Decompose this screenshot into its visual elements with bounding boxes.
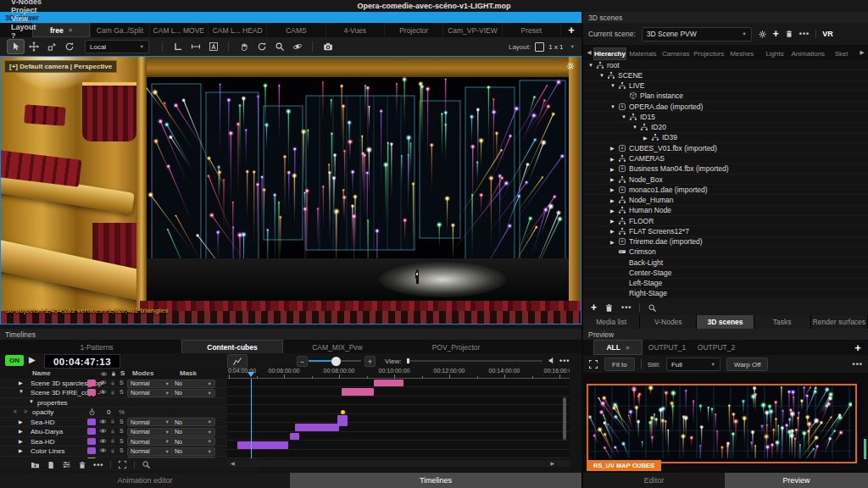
keyframe-dot[interactable]	[341, 410, 345, 414]
lock-icon[interactable]	[109, 380, 116, 386]
zoom-in-button[interactable]: +	[364, 356, 376, 367]
prev-keyframe-button[interactable]: <	[14, 408, 17, 414]
expander-closed-icon[interactable]: ▶	[610, 228, 618, 234]
viewport-3d[interactable]: [+] Default camera | Perspective 30 obje…	[0, 56, 581, 324]
scenes-panel-title[interactable]: 3D scenes	[583, 12, 868, 23]
expander-open-icon[interactable]: ▼	[19, 389, 24, 394]
track-row-scene-3d-fire-copy-1[interactable]: ▼Scene 3D FIRE_copy -SNormal▼No▼	[0, 388, 227, 397]
chevron-down-icon[interactable]: ▼	[570, 44, 575, 49]
expander-closed-icon[interactable]: ▶	[610, 239, 618, 245]
mask-select[interactable]: No▼	[171, 380, 215, 388]
mask-select[interactable]: No▼	[171, 447, 215, 456]
expander-closed-icon[interactable]: ▶	[610, 186, 618, 192]
tree-item-node-box[interactable]: ▶Node_Box	[583, 175, 868, 185]
mode-tab-timelines[interactable]: Timelines	[290, 473, 582, 488]
viewer-tab-projector[interactable]: Projector	[385, 23, 443, 37]
viewport-settings-gear-icon[interactable]	[565, 61, 576, 71]
scenes-tab-meshes[interactable]: Meshes	[726, 47, 759, 60]
select-tool[interactable]	[8, 40, 24, 53]
viewer-tab-cam-ga-split[interactable]: Cam Ga../Split	[91, 23, 149, 37]
audio-speaker-icon[interactable]	[548, 356, 557, 365]
zoom-view-tool[interactable]	[271, 40, 287, 53]
timeline-on-toggle[interactable]: ON	[5, 355, 24, 366]
viewer-tab-cam-l-move[interactable]: CAM L... MOVE	[150, 23, 209, 37]
track-row-scene-3d-sparcles-cop-0[interactable]: ▶Scene 3D sparcles_copSNormal▼No▼	[0, 379, 227, 388]
timeline-tab-cam-mix-pvw[interactable]: CAM_MIX_Pvw	[283, 340, 392, 354]
tree-item-live[interactable]: ▼LIVE	[583, 81, 868, 92]
timeline-clip[interactable]	[295, 424, 339, 430]
expander-open-icon[interactable]: ▼	[588, 63, 596, 68]
search-icon[interactable]	[142, 460, 151, 469]
scenes-tab-projectors[interactable]: Projectors	[693, 47, 726, 60]
preview-render-output[interactable]	[587, 384, 857, 463]
close-icon[interactable]: ×	[69, 26, 73, 34]
expander-closed-icon[interactable]: ▶	[643, 135, 651, 141]
tabs-scroll-right-arrow[interactable]: ▶	[858, 49, 866, 56]
timeline-clip[interactable]	[374, 380, 404, 386]
camera-label[interactable]: [+] Default camera | Perspective	[4, 60, 117, 73]
move-tool[interactable]	[25, 40, 42, 53]
track-color-chip[interactable]	[87, 428, 96, 435]
preview-scrollbar[interactable]	[864, 439, 866, 459]
add-preview-tab-button[interactable]: +	[848, 340, 868, 355]
expander-closed-icon[interactable]: ▶	[19, 438, 23, 444]
track-color-chip[interactable]	[87, 389, 96, 396]
tree-item-left-stage[interactable]: Left-Stage	[583, 279, 868, 289]
playhead-marker[interactable]	[248, 372, 254, 377]
workspace-tab-media-list[interactable]: Media list	[583, 315, 640, 329]
menu-view[interactable]: View	[0, 14, 53, 23]
preview-tab-output-2[interactable]: OUTPUT_2	[692, 340, 741, 355]
tabs-scroll-left-arrow[interactable]: ◀	[585, 49, 593, 56]
tree-item-cubes-v01-fbx-imported[interactable]: ▶CUBES_V01.fbx (imported)	[583, 143, 868, 153]
timeline-clip[interactable]	[342, 388, 374, 395]
track-color-chip[interactable]	[87, 447, 96, 454]
expander-open-icon[interactable]: ▼	[610, 104, 618, 109]
mask-select[interactable]: No▼	[171, 418, 215, 426]
tree-item-cameras[interactable]: ▶CAMERAS	[583, 153, 868, 164]
preview-tab-output-1[interactable]: OUTPUT_1	[643, 340, 692, 355]
expander-closed-icon[interactable]: ▶	[19, 419, 23, 424]
scene-settings-gear-icon[interactable]	[758, 30, 767, 39]
pan-view-tool[interactable]	[236, 40, 252, 53]
solo-toggle[interactable]: S	[120, 447, 124, 453]
tree-item-trireme-dae-imported[interactable]: ▶Trireme.dae (imported)	[583, 237, 868, 247]
tree-item-crimson[interactable]: Crimson	[583, 247, 868, 258]
workspace-tab-render-surfaces[interactable]: Render surfaces	[811, 315, 868, 329]
viewer-tab-cam-vp-view[interactable]: Cam_VP-VIEW	[443, 23, 502, 37]
expander-closed-icon[interactable]: ▶	[610, 197, 618, 203]
track-row-properties-2[interactable]: ▼properties	[0, 398, 227, 408]
axis-gizmo-tool[interactable]	[170, 40, 186, 53]
blend-mode-select[interactable]: Normal▼	[127, 437, 173, 446]
delete-track-trash-icon[interactable]	[78, 461, 86, 469]
mask-select[interactable]: No▼	[171, 389, 215, 397]
blend-mode-select[interactable]: Normal▼	[127, 428, 173, 436]
warp-toggle-button[interactable]: Warp Off	[726, 358, 769, 371]
track-color-chip[interactable]	[87, 419, 96, 425]
mode-tab-editor[interactable]: Editor	[583, 473, 726, 488]
timelines-panel-title[interactable]: Timelines	[0, 329, 581, 340]
timeline-tab-pov-projector[interactable]: POV_Projector	[392, 340, 520, 354]
menu-[interactable]: ?	[0, 31, 53, 40]
add-clip-file-icon[interactable]	[47, 461, 55, 469]
visibility-eye-icon[interactable]	[99, 437, 107, 445]
track-more-options-button[interactable]: •••	[93, 461, 103, 469]
curve-editor-button[interactable]	[227, 354, 248, 369]
viewer-tab-cams[interactable]: CAMS	[267, 23, 326, 37]
timeline-clip[interactable]	[337, 415, 347, 426]
preview-tab-all[interactable]: ALL×	[593, 340, 643, 355]
delete-scene-trash-icon[interactable]	[785, 30, 793, 38]
expander-open-icon[interactable]: ▼	[621, 114, 629, 119]
viewer-tab-cam-l-head[interactable]: CAM L... HEAD	[209, 23, 267, 37]
play-button[interactable]: ▶	[29, 355, 36, 364]
expander-closed-icon[interactable]: ▶	[610, 145, 618, 151]
track-row-abu-darya-5[interactable]: ▶Abu-DaryaSNormal▼No▼	[0, 427, 227, 436]
close-icon[interactable]: ×	[626, 344, 630, 352]
expander-closed-icon[interactable]: ▶	[19, 447, 23, 453]
orbit-view-tool[interactable]	[253, 40, 270, 53]
tree-item-floor[interactable]: ▶FLOOR	[583, 216, 868, 226]
expander-open-icon[interactable]: ▼	[599, 73, 607, 78]
visibility-eye-icon[interactable]	[99, 418, 107, 425]
tree-item-id20[interactable]: ▼ID20	[583, 123, 868, 133]
zoom-slider-thumb[interactable]	[331, 357, 341, 366]
screenshot-tool[interactable]	[320, 40, 336, 53]
